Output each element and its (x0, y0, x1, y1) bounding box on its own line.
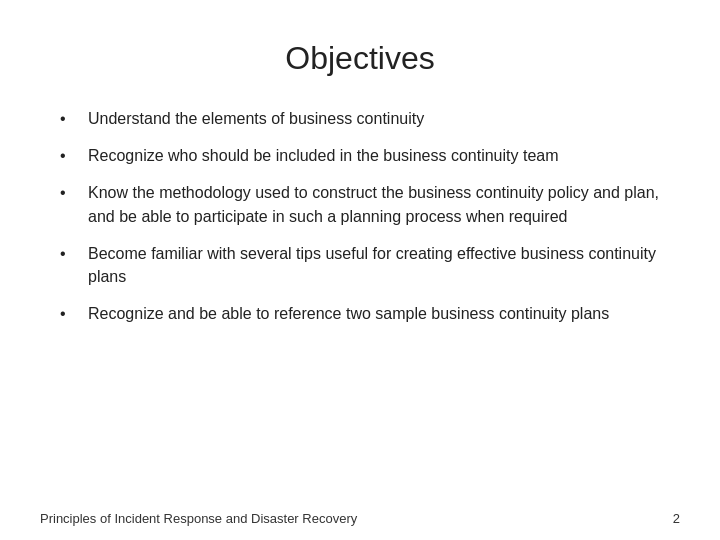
bullet-text: Understand the elements of business cont… (88, 107, 660, 130)
slide-content: •Understand the elements of business con… (0, 107, 720, 501)
slide-footer: Principles of Incident Response and Disa… (0, 501, 720, 540)
bullet-text: Recognize and be able to reference two s… (88, 302, 660, 325)
bullet-text: Know the methodology used to construct t… (88, 181, 660, 227)
list-item: •Know the methodology used to construct … (60, 181, 660, 227)
list-item: •Recognize who should be included in the… (60, 144, 660, 167)
bullet-dot-icon: • (60, 107, 80, 130)
slide: Objectives •Understand the elements of b… (0, 0, 720, 540)
list-item: •Recognize and be able to reference two … (60, 302, 660, 325)
bullet-text: Recognize who should be included in the … (88, 144, 660, 167)
bullet-list: •Understand the elements of business con… (60, 107, 660, 325)
bullet-dot-icon: • (60, 302, 80, 325)
list-item: •Understand the elements of business con… (60, 107, 660, 130)
bullet-dot-icon: • (60, 242, 80, 265)
footer-page-number: 2 (673, 511, 680, 526)
bullet-dot-icon: • (60, 181, 80, 204)
footer-course-title: Principles of Incident Response and Disa… (40, 511, 357, 526)
list-item: •Become familiar with several tips usefu… (60, 242, 660, 288)
slide-title: Objectives (0, 0, 720, 107)
bullet-text: Become familiar with several tips useful… (88, 242, 660, 288)
bullet-dot-icon: • (60, 144, 80, 167)
